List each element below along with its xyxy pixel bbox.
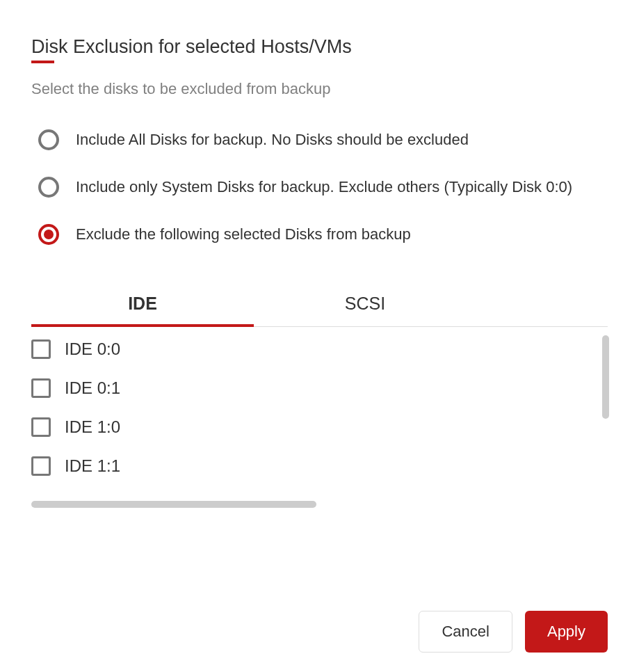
radio-group: Include All Disks for backup. No Disks s… — [31, 129, 608, 245]
disk-label: IDE 1:0 — [65, 417, 120, 437]
tabs-row: IDE SCSI — [31, 281, 608, 327]
radio-icon — [38, 129, 59, 150]
radio-option-exclude-selected[interactable]: Exclude the following selected Disks fro… — [38, 224, 608, 245]
disk-list: IDE 0:0 IDE 0:1 IDE 1:0 IDE 1:1 — [31, 339, 608, 501]
disk-label: IDE 0:1 — [65, 378, 120, 398]
checkbox-icon — [31, 417, 51, 437]
disk-item-ide-0-1[interactable]: IDE 0:1 — [31, 378, 608, 398]
disk-list-wrapper: IDE 0:0 IDE 0:1 IDE 1:0 IDE 1:1 — [31, 327, 608, 508]
radio-label: Exclude the following selected Disks fro… — [76, 225, 411, 243]
horizontal-scrollbar[interactable] — [31, 501, 316, 508]
tab-ide[interactable]: IDE — [31, 281, 254, 326]
checkbox-icon — [31, 378, 51, 398]
tab-scsi[interactable]: SCSI — [254, 281, 476, 326]
checkbox-icon — [31, 456, 51, 476]
button-row: Cancel Apply — [419, 611, 608, 653]
radio-label: Include only System Disks for backup. Ex… — [76, 178, 572, 196]
disk-label: IDE 0:0 — [65, 339, 120, 359]
page-title: Disk Exclusion for selected Hosts/VMs — [31, 36, 352, 63]
page-subtitle: Select the disks to be excluded from bac… — [31, 80, 608, 98]
apply-button[interactable]: Apply — [525, 611, 608, 653]
radio-option-system-only[interactable]: Include only System Disks for backup. Ex… — [38, 177, 608, 198]
disk-item-ide-0-0[interactable]: IDE 0:0 — [31, 339, 608, 359]
radio-icon-selected — [38, 224, 59, 245]
cancel-button[interactable]: Cancel — [419, 611, 512, 653]
radio-icon — [38, 177, 59, 198]
radio-option-include-all[interactable]: Include All Disks for backup. No Disks s… — [38, 129, 608, 150]
disk-item-ide-1-0[interactable]: IDE 1:0 — [31, 417, 608, 437]
radio-label: Include All Disks for backup. No Disks s… — [76, 131, 469, 149]
vertical-scrollbar[interactable] — [602, 335, 609, 419]
disk-label: IDE 1:1 — [65, 456, 120, 476]
checkbox-icon — [31, 339, 51, 359]
disk-item-ide-1-1[interactable]: IDE 1:1 — [31, 456, 608, 476]
